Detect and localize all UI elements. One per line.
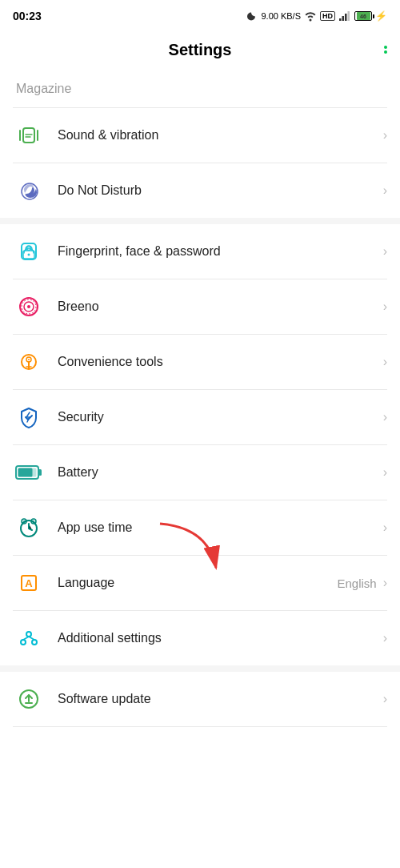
- battery-label: Battery: [58, 465, 383, 480]
- svg-point-33: [21, 640, 26, 645]
- battery-icon: [15, 464, 42, 480]
- convenience-tools-icon: [17, 350, 41, 374]
- svg-rect-0: [339, 18, 342, 21]
- language-icon-wrapper: A: [13, 567, 45, 599]
- wifi-icon: [304, 10, 317, 22]
- dot1: [384, 46, 387, 49]
- language-value: English: [337, 577, 376, 590]
- software-update-icon: [17, 687, 41, 711]
- fingerprint-icon-wrapper: [13, 235, 45, 267]
- security-icon-wrapper: [13, 401, 45, 433]
- app-use-time-label: App use time: [58, 520, 383, 535]
- convenience-tools-chevron: ›: [383, 355, 387, 369]
- svg-point-15: [27, 305, 30, 308]
- do-not-disturb-icon: [17, 179, 41, 203]
- settings-item-additional[interactable]: Additional settings ›: [0, 611, 400, 665]
- additional-settings-chevron: ›: [383, 631, 387, 645]
- software-update-label: Software update: [58, 692, 383, 706]
- svg-point-12: [28, 254, 30, 256]
- hd-badge: HD: [320, 11, 335, 21]
- fingerprint-icon: [17, 239, 41, 263]
- breeno-label: Breeno: [58, 299, 383, 314]
- sound-vibration-icon-wrapper: [13, 119, 45, 151]
- battery-icon-wrapper: [13, 456, 45, 488]
- page-title: Settings: [169, 41, 232, 59]
- security-icon: [17, 405, 41, 429]
- settings-item-sound-vibration[interactable]: Sound & vibration ›: [0, 108, 400, 163]
- fingerprint-label: Fingerprint, face & password: [58, 244, 383, 259]
- app-use-time-icon: [17, 516, 41, 540]
- svg-text:A: A: [25, 577, 33, 589]
- more-options-button[interactable]: [384, 46, 387, 54]
- language-chevron: ›: [383, 576, 387, 590]
- battery-status-icon: 46: [354, 11, 372, 21]
- section-divider-1: [0, 218, 400, 224]
- software-update-chevron: ›: [383, 692, 387, 706]
- security-label: Security: [58, 410, 383, 424]
- breeno-icon-wrapper: [13, 291, 45, 323]
- svg-rect-2: [345, 14, 347, 21]
- svg-rect-21: [38, 469, 42, 476]
- settings-item-security[interactable]: Security ›: [0, 390, 400, 444]
- svg-point-28: [33, 520, 35, 523]
- moon-icon: [246, 10, 258, 22]
- language-label: Language: [58, 576, 337, 590]
- settings-item-breeno[interactable]: Breeno ›: [0, 279, 400, 334]
- convenience-tools-label: Convenience tools: [58, 355, 383, 369]
- settings-item-battery[interactable]: Battery ›: [0, 445, 400, 500]
- app-use-time-icon-wrapper: [13, 512, 45, 544]
- settings-item-language[interactable]: A Language English ›: [0, 556, 400, 610]
- settings-item-convenience-tools[interactable]: Convenience tools ›: [0, 335, 400, 389]
- status-time: 00:23: [13, 10, 42, 22]
- convenience-tools-icon-wrapper: [13, 346, 45, 378]
- do-not-disturb-chevron: ›: [383, 183, 387, 198]
- do-not-disturb-icon-wrapper: [13, 175, 45, 207]
- network-speed: 9.00 KB/S: [261, 11, 301, 22]
- svg-rect-1: [342, 16, 345, 21]
- additional-settings-label: Additional settings: [58, 631, 383, 645]
- app-use-time-chevron: ›: [383, 520, 387, 535]
- sound-vibration-label: Sound & vibration: [58, 128, 383, 143]
- fingerprint-chevron: ›: [383, 244, 387, 259]
- breeno-icon: [17, 295, 41, 319]
- settings-item-do-not-disturb[interactable]: Do Not Disturb ›: [0, 163, 400, 218]
- status-icons: 9.00 KB/S HD 46 ⚡: [246, 10, 387, 22]
- language-icon: A: [17, 571, 41, 595]
- battery-chevron: ›: [383, 465, 387, 480]
- sound-vibration-icon: [17, 123, 41, 147]
- breeno-chevron: ›: [383, 299, 387, 314]
- additional-settings-icon-wrapper: [13, 622, 45, 654]
- svg-point-27: [23, 520, 26, 523]
- charging-icon: ⚡: [375, 10, 387, 22]
- svg-rect-4: [23, 128, 34, 143]
- magazine-item: Magazine: [0, 70, 400, 107]
- section-divider-2: [0, 665, 400, 672]
- svg-point-32: [26, 632, 31, 637]
- header: Settings: [0, 29, 400, 70]
- status-bar: 00:23 9.00 KB/S HD 46 ⚡: [0, 0, 400, 29]
- settings-item-fingerprint[interactable]: Fingerprint, face & password ›: [0, 224, 400, 279]
- signal-icon: [338, 10, 351, 22]
- svg-rect-23: [18, 468, 33, 477]
- settings-item-app-use-time[interactable]: App use time ›: [0, 500, 400, 555]
- do-not-disturb-label: Do Not Disturb: [58, 183, 383, 198]
- software-update-icon-wrapper: [13, 683, 45, 715]
- svg-line-36: [29, 637, 34, 640]
- sound-vibration-chevron: ›: [383, 128, 387, 143]
- svg-point-19: [28, 359, 30, 360]
- svg-line-35: [23, 637, 29, 640]
- svg-point-34: [32, 640, 37, 645]
- svg-rect-3: [348, 11, 350, 21]
- divider-bottom: [13, 726, 387, 727]
- dot2: [384, 50, 387, 54]
- additional-settings-icon: [17, 626, 41, 650]
- security-chevron: ›: [383, 410, 387, 424]
- settings-item-software-update[interactable]: Software update ›: [0, 672, 400, 726]
